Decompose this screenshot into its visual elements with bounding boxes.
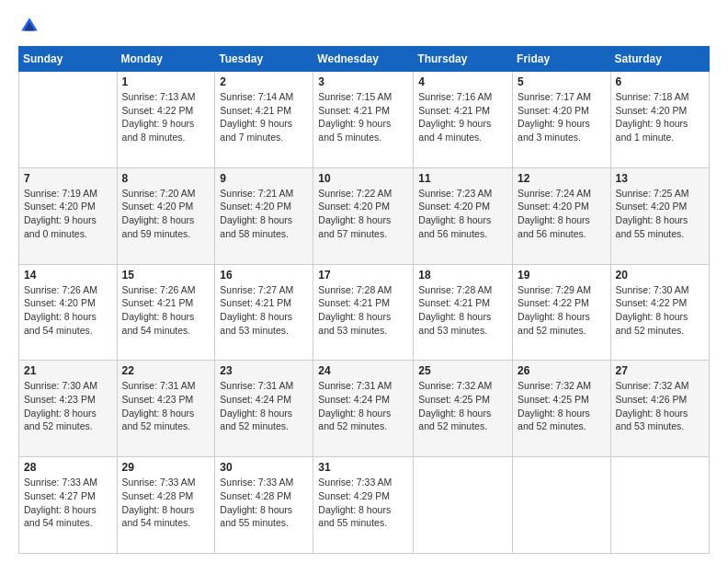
calendar-cell: 28Sunrise: 7:33 AM Sunset: 4:27 PM Dayli…	[19, 457, 118, 554]
calendar-cell: 3Sunrise: 7:15 AM Sunset: 4:21 PM Daylig…	[313, 72, 414, 168]
day-number: 8	[122, 172, 210, 185]
day-info: Sunrise: 7:21 AM Sunset: 4:20 PM Dayligh…	[220, 187, 308, 241]
calendar-cell: 6Sunrise: 7:18 AM Sunset: 4:20 PM Daylig…	[610, 72, 709, 168]
calendar-cell	[414, 457, 513, 554]
day-number: 3	[318, 75, 408, 88]
day-info: Sunrise: 7:20 AM Sunset: 4:20 PM Dayligh…	[122, 187, 210, 241]
day-number: 6	[616, 75, 704, 88]
day-info: Sunrise: 7:30 AM Sunset: 4:22 PM Dayligh…	[616, 283, 704, 338]
header-monday: Monday	[117, 47, 215, 72]
day-info: Sunrise: 7:16 AM Sunset: 4:21 PM Dayligh…	[418, 90, 507, 144]
calendar-header-row: SundayMondayTuesdayWednesdayThursdayFrid…	[19, 47, 710, 72]
calendar-cell: 2Sunrise: 7:14 AM Sunset: 4:21 PM Daylig…	[215, 72, 313, 168]
week-row-4: 28Sunrise: 7:33 AM Sunset: 4:27 PM Dayli…	[19, 457, 710, 554]
day-info: Sunrise: 7:22 AM Sunset: 4:20 PM Dayligh…	[318, 187, 408, 241]
day-number: 23	[220, 364, 308, 377]
day-number: 14	[24, 269, 112, 282]
header	[18, 15, 710, 37]
calendar-cell: 5Sunrise: 7:17 AM Sunset: 4:20 PM Daylig…	[513, 72, 611, 168]
calendar-cell: 27Sunrise: 7:32 AM Sunset: 4:26 PM Dayli…	[610, 361, 709, 457]
header-friday: Friday	[513, 47, 611, 72]
logo	[18, 15, 44, 37]
calendar-cell	[19, 72, 118, 168]
day-number: 24	[318, 364, 408, 377]
day-number: 11	[418, 172, 507, 185]
day-info: Sunrise: 7:33 AM Sunset: 4:28 PM Dayligh…	[122, 476, 210, 530]
day-number: 5	[518, 75, 606, 88]
calendar-cell: 30Sunrise: 7:33 AM Sunset: 4:28 PM Dayli…	[215, 457, 313, 554]
day-number: 19	[518, 269, 606, 282]
calendar-cell: 11Sunrise: 7:23 AM Sunset: 4:20 PM Dayli…	[414, 167, 513, 264]
day-info: Sunrise: 7:26 AM Sunset: 4:20 PM Dayligh…	[24, 283, 112, 338]
calendar-cell: 18Sunrise: 7:28 AM Sunset: 4:21 PM Dayli…	[414, 264, 513, 361]
calendar-cell: 9Sunrise: 7:21 AM Sunset: 4:20 PM Daylig…	[215, 167, 313, 264]
day-number: 10	[318, 172, 408, 185]
calendar-cell: 20Sunrise: 7:30 AM Sunset: 4:22 PM Dayli…	[610, 264, 709, 361]
calendar-table: SundayMondayTuesdayWednesdayThursdayFrid…	[18, 46, 710, 554]
day-number: 12	[518, 172, 606, 185]
calendar-cell: 22Sunrise: 7:31 AM Sunset: 4:23 PM Dayli…	[117, 361, 215, 457]
day-number: 25	[418, 364, 507, 377]
calendar-cell: 23Sunrise: 7:31 AM Sunset: 4:24 PM Dayli…	[215, 361, 313, 457]
day-info: Sunrise: 7:32 AM Sunset: 4:25 PM Dayligh…	[518, 379, 606, 433]
day-number: 1	[122, 75, 210, 88]
calendar-cell: 17Sunrise: 7:28 AM Sunset: 4:21 PM Dayli…	[313, 264, 414, 361]
day-info: Sunrise: 7:23 AM Sunset: 4:20 PM Dayligh…	[418, 187, 507, 241]
calendar-cell: 25Sunrise: 7:32 AM Sunset: 4:25 PM Dayli…	[414, 361, 513, 457]
day-info: Sunrise: 7:27 AM Sunset: 4:21 PM Dayligh…	[220, 283, 308, 338]
week-row-3: 21Sunrise: 7:30 AM Sunset: 4:23 PM Dayli…	[19, 361, 710, 457]
day-info: Sunrise: 7:31 AM Sunset: 4:24 PM Dayligh…	[318, 379, 408, 433]
calendar-cell: 14Sunrise: 7:26 AM Sunset: 4:20 PM Dayli…	[19, 264, 118, 361]
day-info: Sunrise: 7:18 AM Sunset: 4:20 PM Dayligh…	[616, 90, 704, 144]
calendar-cell: 4Sunrise: 7:16 AM Sunset: 4:21 PM Daylig…	[414, 72, 513, 168]
calendar-cell	[513, 457, 611, 554]
calendar-cell: 10Sunrise: 7:22 AM Sunset: 4:20 PM Dayli…	[313, 167, 414, 264]
week-row-1: 7Sunrise: 7:19 AM Sunset: 4:20 PM Daylig…	[19, 167, 710, 264]
day-number: 7	[24, 172, 112, 185]
day-info: Sunrise: 7:33 AM Sunset: 4:28 PM Dayligh…	[220, 476, 308, 530]
day-info: Sunrise: 7:19 AM Sunset: 4:20 PM Dayligh…	[24, 187, 112, 241]
header-tuesday: Tuesday	[215, 47, 313, 72]
day-info: Sunrise: 7:33 AM Sunset: 4:27 PM Dayligh…	[24, 476, 112, 530]
calendar-cell: 1Sunrise: 7:13 AM Sunset: 4:22 PM Daylig…	[117, 72, 215, 168]
day-number: 16	[220, 269, 308, 282]
week-row-0: 1Sunrise: 7:13 AM Sunset: 4:22 PM Daylig…	[19, 72, 710, 168]
day-number: 4	[418, 75, 507, 88]
day-info: Sunrise: 7:32 AM Sunset: 4:26 PM Dayligh…	[616, 379, 704, 433]
calendar-cell: 31Sunrise: 7:33 AM Sunset: 4:29 PM Dayli…	[313, 457, 414, 554]
calendar-cell: 21Sunrise: 7:30 AM Sunset: 4:23 PM Dayli…	[19, 361, 118, 457]
calendar-cell: 26Sunrise: 7:32 AM Sunset: 4:25 PM Dayli…	[513, 361, 611, 457]
day-info: Sunrise: 7:25 AM Sunset: 4:20 PM Dayligh…	[616, 187, 704, 241]
page: SundayMondayTuesdayWednesdayThursdayFrid…	[0, 0, 728, 563]
calendar-cell: 13Sunrise: 7:25 AM Sunset: 4:20 PM Dayli…	[610, 167, 709, 264]
day-number: 22	[122, 364, 210, 377]
day-number: 18	[418, 269, 507, 282]
day-number: 31	[318, 461, 408, 474]
calendar-cell: 12Sunrise: 7:24 AM Sunset: 4:20 PM Dayli…	[513, 167, 611, 264]
day-number: 13	[616, 172, 704, 185]
day-number: 9	[220, 172, 308, 185]
day-info: Sunrise: 7:13 AM Sunset: 4:22 PM Dayligh…	[122, 90, 210, 144]
calendar-cell	[610, 457, 709, 554]
week-row-2: 14Sunrise: 7:26 AM Sunset: 4:20 PM Dayli…	[19, 264, 710, 361]
day-number: 17	[318, 269, 408, 282]
calendar-cell: 16Sunrise: 7:27 AM Sunset: 4:21 PM Dayli…	[215, 264, 313, 361]
day-info: Sunrise: 7:28 AM Sunset: 4:21 PM Dayligh…	[418, 283, 507, 338]
day-number: 21	[24, 364, 112, 377]
calendar-cell: 7Sunrise: 7:19 AM Sunset: 4:20 PM Daylig…	[19, 167, 118, 264]
day-info: Sunrise: 7:31 AM Sunset: 4:23 PM Dayligh…	[122, 379, 210, 433]
day-info: Sunrise: 7:14 AM Sunset: 4:21 PM Dayligh…	[220, 90, 308, 144]
calendar-cell: 8Sunrise: 7:20 AM Sunset: 4:20 PM Daylig…	[117, 167, 215, 264]
day-info: Sunrise: 7:15 AM Sunset: 4:21 PM Dayligh…	[318, 90, 408, 144]
calendar-cell: 15Sunrise: 7:26 AM Sunset: 4:21 PM Dayli…	[117, 264, 215, 361]
header-saturday: Saturday	[610, 47, 709, 72]
day-info: Sunrise: 7:29 AM Sunset: 4:22 PM Dayligh…	[518, 283, 606, 338]
day-number: 29	[122, 461, 210, 474]
day-info: Sunrise: 7:17 AM Sunset: 4:20 PM Dayligh…	[518, 90, 606, 144]
header-wednesday: Wednesday	[313, 47, 414, 72]
day-number: 27	[616, 364, 704, 377]
day-number: 30	[220, 461, 308, 474]
header-thursday: Thursday	[414, 47, 513, 72]
day-info: Sunrise: 7:26 AM Sunset: 4:21 PM Dayligh…	[122, 283, 210, 338]
day-number: 2	[220, 75, 308, 88]
